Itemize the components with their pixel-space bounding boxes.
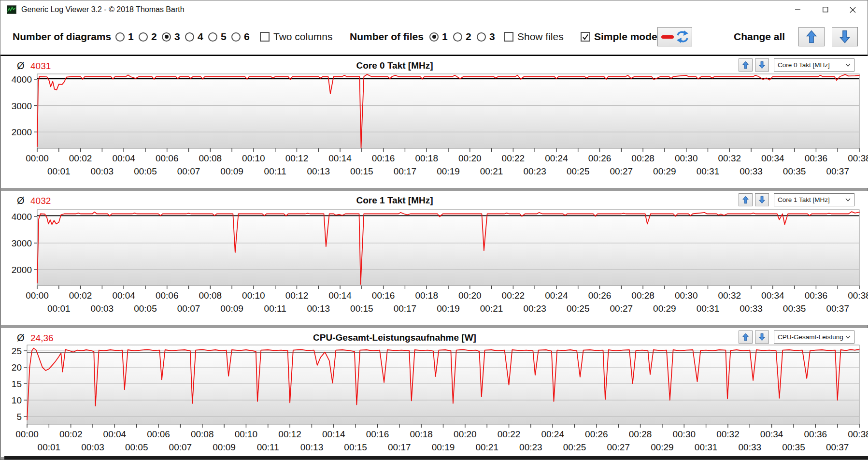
two-columns-checkbox[interactable]: Two columns xyxy=(260,19,333,55)
svg-text:00:28: 00:28 xyxy=(631,153,655,163)
svg-text:00:34: 00:34 xyxy=(760,429,783,439)
svg-text:00:09: 00:09 xyxy=(213,442,236,452)
svg-text:00:26: 00:26 xyxy=(588,290,612,301)
checkbox-icon[interactable] xyxy=(504,32,513,42)
svg-text:00:29: 00:29 xyxy=(653,303,676,314)
radio-files-1[interactable]: 1 xyxy=(429,19,448,55)
change-all-up-button[interactable] xyxy=(798,27,825,46)
radio-icon[interactable] xyxy=(231,32,241,42)
svg-text:00:26: 00:26 xyxy=(588,153,612,163)
svg-text:00:19: 00:19 xyxy=(437,166,460,176)
svg-text:00:34: 00:34 xyxy=(761,153,784,163)
svg-text:00:30: 00:30 xyxy=(672,429,696,439)
minimize-button[interactable] xyxy=(784,0,811,19)
svg-text:00:12: 00:12 xyxy=(285,153,309,163)
svg-text:00:25: 00:25 xyxy=(567,166,590,176)
show-files-checkbox[interactable]: Show files xyxy=(504,19,564,55)
line-chart-core1[interactable]: 40003000200000:0000:0100:0200:0300:0400:… xyxy=(1,191,868,325)
svg-text:00:16: 00:16 xyxy=(366,429,389,439)
svg-text:00:12: 00:12 xyxy=(278,429,301,439)
radio-diagrams-1[interactable]: 1 xyxy=(115,19,134,55)
svg-text:00:38: 00:38 xyxy=(848,429,868,439)
svg-text:00:00: 00:00 xyxy=(26,153,49,163)
window-title: Generic Log Viewer 3.2 - © 2018 Thomas B… xyxy=(21,5,185,14)
svg-text:00:17: 00:17 xyxy=(388,442,411,452)
svg-text:5: 5 xyxy=(16,412,22,422)
svg-text:00:10: 00:10 xyxy=(235,429,258,439)
svg-text:00:24: 00:24 xyxy=(545,153,568,163)
svg-text:00:28: 00:28 xyxy=(629,429,652,439)
svg-text:00:35: 00:35 xyxy=(782,442,805,452)
app-window: Generic Log Viewer 3.2 - © 2018 Thomas B… xyxy=(0,0,868,460)
radio-icon[interactable] xyxy=(453,32,462,42)
radio-icon[interactable] xyxy=(477,32,486,42)
app-logo-icon xyxy=(7,5,16,14)
svg-text:00:07: 00:07 xyxy=(169,442,192,452)
svg-text:00:11: 00:11 xyxy=(264,303,286,314)
svg-text:00:37: 00:37 xyxy=(826,303,849,314)
radio-icon[interactable] xyxy=(185,32,194,42)
svg-text:00:13: 00:13 xyxy=(300,442,324,452)
radio-files-3[interactable]: 3 xyxy=(477,19,495,55)
radio-diagrams-3[interactable]: 3 xyxy=(162,19,180,55)
svg-text:00:33: 00:33 xyxy=(740,166,763,176)
svg-text:00:18: 00:18 xyxy=(415,290,438,301)
svg-text:00:19: 00:19 xyxy=(432,442,455,452)
bottom-edge-bar xyxy=(4,456,868,460)
svg-text:00:15: 00:15 xyxy=(350,166,373,176)
svg-text:00:18: 00:18 xyxy=(410,429,433,439)
svg-text:00:37: 00:37 xyxy=(826,442,849,452)
svg-text:00:32: 00:32 xyxy=(718,290,741,301)
svg-text:00:24: 00:24 xyxy=(541,429,564,439)
svg-text:00:28: 00:28 xyxy=(631,290,655,301)
svg-text:2000: 2000 xyxy=(12,265,32,275)
svg-text:00:02: 00:02 xyxy=(69,153,92,163)
svg-text:00:23: 00:23 xyxy=(523,303,546,314)
radio-files-2[interactable]: 2 xyxy=(453,19,471,55)
chart-panel-core1: Ø 4032 Core 1 Takt [MHz] Core 1 Takt [MH… xyxy=(1,191,868,325)
radio-diagrams-2[interactable]: 2 xyxy=(139,19,157,55)
svg-text:00:01: 00:01 xyxy=(47,303,71,314)
svg-text:00:17: 00:17 xyxy=(394,166,417,176)
simple-mode-checkbox[interactable]: Simple mode xyxy=(581,19,657,55)
svg-text:00:12: 00:12 xyxy=(285,290,309,301)
svg-text:00:23: 00:23 xyxy=(519,442,542,452)
svg-text:3000: 3000 xyxy=(12,101,32,111)
line-style-refresh-button[interactable] xyxy=(657,27,692,46)
svg-text:00:15: 00:15 xyxy=(344,442,367,452)
svg-text:4000: 4000 xyxy=(12,74,32,85)
line-chart-core0[interactable]: 40003000200000:0000:0100:0200:0300:0400:… xyxy=(1,56,868,188)
svg-text:00:08: 00:08 xyxy=(199,153,222,163)
line-chart-power[interactable]: 25201510500:0000:0100:0200:0300:0400:050… xyxy=(1,328,868,457)
change-all-down-button[interactable] xyxy=(832,27,858,46)
checkbox-icon[interactable] xyxy=(260,32,270,42)
radio-icon[interactable] xyxy=(115,32,125,42)
checkbox-icon[interactable] xyxy=(581,32,590,42)
radio-diagrams-6[interactable]: 6 xyxy=(231,19,250,55)
svg-text:00:33: 00:33 xyxy=(740,303,763,314)
radio-diagrams-5[interactable]: 5 xyxy=(208,19,227,55)
title-bar[interactable]: Generic Log Viewer 3.2 - © 2018 Thomas B… xyxy=(0,0,868,19)
radio-diagrams-4[interactable]: 4 xyxy=(185,19,203,55)
svg-text:00:21: 00:21 xyxy=(480,166,503,176)
svg-text:00:15: 00:15 xyxy=(350,303,373,314)
svg-text:00:22: 00:22 xyxy=(498,429,521,439)
diagrams-label: Number of diagrams xyxy=(13,19,111,55)
radio-icon[interactable] xyxy=(139,32,148,42)
radio-icon[interactable] xyxy=(429,32,439,42)
radio-icon[interactable] xyxy=(208,32,217,42)
maximize-button[interactable] xyxy=(811,0,839,19)
svg-text:00:07: 00:07 xyxy=(177,303,200,314)
svg-text:00:01: 00:01 xyxy=(47,166,71,176)
radio-icon[interactable] xyxy=(162,32,171,42)
svg-text:00:35: 00:35 xyxy=(783,166,806,176)
svg-text:00:31: 00:31 xyxy=(697,166,720,176)
svg-text:00:29: 00:29 xyxy=(653,166,676,176)
svg-text:00:32: 00:32 xyxy=(716,429,740,439)
chart-panel-core0: Ø 4031 Core 0 Takt [MHz] Core 0 Takt [MH… xyxy=(1,56,868,188)
files-label: Number of files xyxy=(350,19,424,55)
close-button[interactable] xyxy=(839,0,867,19)
svg-text:10: 10 xyxy=(12,395,22,405)
svg-text:00:35: 00:35 xyxy=(783,303,806,314)
svg-text:00:04: 00:04 xyxy=(112,153,135,163)
